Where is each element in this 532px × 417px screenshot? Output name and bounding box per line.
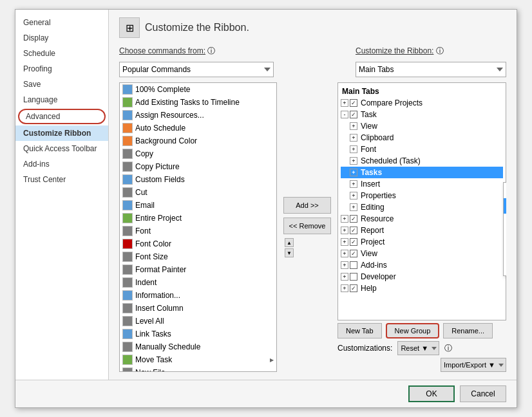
expand-icon[interactable]: + [341, 99, 348, 107]
add-button[interactable]: Add >> [283, 197, 331, 214]
command-item[interactable]: Assign Resources... [120, 109, 276, 122]
command-item[interactable]: Copy [120, 147, 276, 160]
tree-checkbox[interactable] [350, 273, 357, 281]
expand-icon[interactable]: + [341, 261, 348, 269]
tree-item-view2[interactable]: +View [341, 248, 503, 259]
command-item[interactable]: Format Painter [120, 263, 276, 276]
sidebar-item-language[interactable]: Language [15, 92, 108, 107]
expand-icon[interactable]: + [350, 203, 357, 211]
tree-item-scheduled[interactable]: +Scheduled (Task) [341, 155, 503, 167]
reset-dropdown[interactable]: Reset ▼ [397, 341, 439, 355]
new-group-button[interactable]: New Group [386, 323, 440, 338]
context-menu-item[interactable]: Add New Group [504, 198, 506, 214]
sidebar-item-add-ins[interactable]: Add-ins [15, 156, 108, 172]
tree-checkbox[interactable] [350, 284, 357, 292]
sidebar-item-proofing[interactable]: Proofing [15, 61, 108, 77]
tree-checkbox[interactable] [350, 215, 357, 223]
sidebar-item-save[interactable]: Save [15, 77, 108, 92]
expand-icon[interactable]: + [350, 145, 357, 153]
context-menu-item[interactable]: Move Down [504, 260, 506, 275]
expand-icon[interactable]: + [341, 273, 348, 281]
import-export-dropdown[interactable]: Import/Export ▼ [441, 358, 506, 372]
command-item[interactable]: Email [120, 199, 276, 212]
command-item[interactable]: Copy Picture [120, 160, 276, 173]
command-item[interactable]: 100% Complete [120, 83, 276, 96]
command-item[interactable]: Cut [120, 186, 276, 199]
command-item[interactable]: Manually Schedule [120, 340, 276, 353]
ribbon-dropdown[interactable]: Main Tabs Tool Tabs All Tabs [356, 62, 506, 77]
rename-button[interactable]: Rename... [443, 323, 493, 338]
tree-checkbox[interactable] [350, 238, 357, 246]
down-arrow[interactable]: ▼ [285, 248, 294, 257]
tree-item-task[interactable]: -Task [341, 109, 503, 120]
expand-icon[interactable]: + [341, 215, 348, 223]
tree-item-tasks[interactable]: +Tasks [341, 167, 503, 178]
tree-item-addins[interactable]: +Add-ins [341, 259, 503, 271]
command-item[interactable]: Font [120, 225, 276, 237]
sidebar-item-trust-center[interactable]: Trust Center [15, 172, 108, 187]
commands-list[interactable]: 100% CompleteAdd Existing Tasks to Timel… [119, 82, 277, 372]
tree-checkbox[interactable] [350, 99, 357, 107]
command-item[interactable]: Level All [120, 315, 276, 328]
context-menu-item[interactable]: Add New Tab [504, 183, 506, 198]
sidebar-item-general[interactable]: General [15, 15, 108, 30]
tree-item-resource[interactable]: +Resource [341, 213, 503, 225]
expand-icon[interactable]: + [341, 238, 348, 246]
command-item[interactable]: Background Color [120, 134, 276, 147]
command-item[interactable]: Add Existing Tasks to Timeline [120, 96, 276, 109]
expand-icon[interactable]: + [350, 122, 357, 130]
expand-icon[interactable]: + [350, 134, 357, 142]
context-menu-item[interactable]: Rename [504, 214, 506, 229]
cancel-button[interactable]: Cancel [460, 385, 506, 402]
up-arrow[interactable]: ▲ [285, 238, 294, 247]
command-item[interactable]: Font Color [120, 237, 276, 250]
tree-checkbox[interactable] [350, 111, 357, 118]
command-item[interactable]: Information... [120, 289, 276, 302]
command-item[interactable]: Insert Column [120, 302, 276, 315]
command-item[interactable]: Custom Fields [120, 173, 276, 186]
expand-icon[interactable]: + [350, 157, 357, 165]
command-item[interactable]: Entire Project [120, 212, 276, 225]
tree-item-developer[interactable]: +Developer [341, 271, 503, 283]
command-item[interactable]: Font Size [120, 250, 276, 263]
expand-icon[interactable]: + [341, 284, 348, 292]
tree-item-view[interactable]: +View [341, 120, 503, 132]
sidebar-item-customize-ribbon[interactable]: Customize Ribbon [15, 125, 108, 141]
sidebar-item-schedule[interactable]: Schedule [15, 46, 108, 61]
commands-dropdown[interactable]: Popular Commands All Commands [119, 62, 274, 77]
expand-icon[interactable]: + [341, 250, 348, 257]
tree-item-report[interactable]: +Report [341, 225, 503, 236]
expand-icon[interactable]: - [341, 111, 348, 118]
context-menu-item[interactable]: Move Up [504, 245, 506, 260]
tree-checkbox[interactable] [350, 261, 357, 269]
sidebar-item-quick-access[interactable]: Quick Access Toolbar [15, 141, 108, 156]
tree-item-insert[interactable]: +Insert [341, 178, 503, 190]
tree-checkbox[interactable] [350, 227, 357, 234]
command-item[interactable]: Indent [120, 276, 276, 289]
sidebar-item-display[interactable]: Display [15, 30, 108, 46]
expand-icon[interactable]: + [350, 180, 357, 188]
ribbon-tree[interactable]: Main Tabs +Compare Projects-Task+View+Cl… [337, 82, 506, 320]
ok-button[interactable]: OK [408, 385, 455, 402]
tree-item-compare[interactable]: +Compare Projects [341, 97, 503, 109]
sidebar-item-advanced[interactable]: Advanced [18, 109, 106, 124]
tree-item-editing[interactable]: +Editing [341, 201, 503, 213]
expand-icon[interactable]: + [350, 192, 357, 199]
new-tab-button[interactable]: New Tab [337, 323, 382, 338]
command-item[interactable]: New File [120, 366, 276, 372]
tree-checkbox[interactable] [350, 250, 357, 257]
tree-item-help[interactable]: +Help [341, 283, 503, 294]
command-item[interactable]: Move Task▶ [120, 353, 276, 366]
tree-item-font[interactable]: +Font [341, 144, 503, 155]
expand-icon[interactable]: + [350, 169, 357, 176]
tree-item-properties[interactable]: +Properties [341, 190, 503, 201]
context-menu-item[interactable]: Remove [504, 229, 506, 245]
expand-icon[interactable]: + [341, 227, 348, 234]
command-item[interactable]: Auto Schedule [120, 122, 276, 134]
tree-item-project[interactable]: +Project [341, 236, 503, 248]
command-item[interactable]: Link Tasks [120, 328, 276, 340]
command-icon [122, 342, 133, 352]
command-icon [122, 149, 133, 159]
remove-button[interactable]: << Remove [283, 218, 331, 234]
tree-item-clipboard[interactable]: +Clipboard [341, 132, 503, 144]
